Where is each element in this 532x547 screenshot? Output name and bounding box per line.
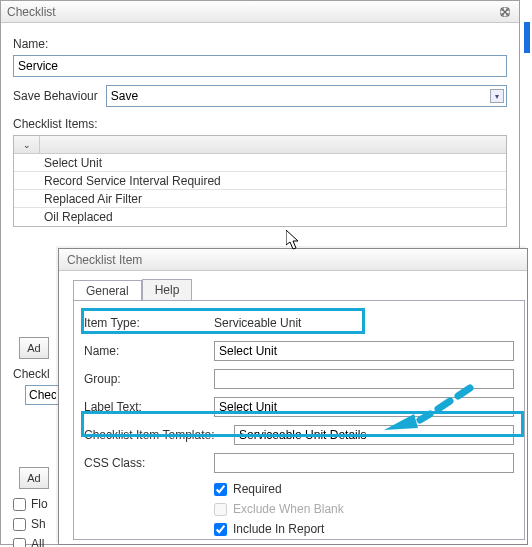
close-icon[interactable] [497, 4, 513, 20]
tab-general[interactable]: General [73, 280, 142, 301]
grid-header: ⌄ [14, 136, 506, 154]
save-behaviour-select-wrap: ▾ [106, 85, 507, 107]
item-type-value: Serviceable Unit [214, 314, 514, 332]
item-text: Oil Replaced [40, 210, 506, 224]
grid-rows: Select Unit Record Service Interval Requ… [14, 154, 506, 226]
sub-title-text: Checklist Item [67, 253, 142, 267]
css-class-label: CSS Class: [84, 456, 214, 470]
template-row: Checklist Item Template: [84, 423, 514, 447]
chevron-down-icon[interactable]: ▾ [490, 89, 504, 103]
required-row[interactable]: Required [214, 479, 514, 499]
tab-help[interactable]: Help [142, 279, 193, 300]
expand-collapse-icon[interactable]: ⌄ [14, 136, 40, 153]
form-body: Name: Save Behaviour ▾ Checklist Items: … [1, 23, 519, 227]
list-item[interactable]: Select Unit [14, 154, 506, 172]
float-checkbox-row[interactable]: Flo [13, 497, 48, 511]
list-item[interactable]: Replaced Air Filter [14, 190, 506, 208]
item-text: Record Service Interval Required [40, 174, 506, 188]
sub-name-input[interactable] [214, 341, 514, 361]
save-behaviour-select[interactable] [106, 85, 507, 107]
css-class-row: CSS Class: [84, 451, 514, 475]
right-edge-strip [524, 22, 530, 53]
show-checkbox[interactable] [13, 518, 26, 531]
list-item[interactable]: Record Service Interval Required [14, 172, 506, 190]
float-label: Flo [31, 497, 48, 511]
group-label: Group: [84, 372, 214, 386]
checklist-items-label: Checklist Items: [13, 117, 507, 131]
allow-checkbox[interactable] [13, 538, 26, 548]
titlebar: Checklist [1, 1, 519, 23]
settings-label: Checkl [13, 367, 50, 381]
name-row: Name: [84, 339, 514, 363]
tab-panel-general: Item Type: Serviceable Unit Name: Group:… [73, 300, 525, 540]
show-label: Sh [31, 517, 46, 531]
include-report-label: Include In Report [233, 522, 324, 536]
template-label: Checklist Item Template: [84, 428, 234, 442]
group-input[interactable] [214, 369, 514, 389]
sub-titlebar: Checklist Item [59, 249, 527, 271]
add-button[interactable]: Ad [19, 337, 49, 359]
label-text-input[interactable] [214, 397, 514, 417]
settings-dropdown[interactable] [25, 385, 60, 405]
required-checkbox[interactable] [214, 483, 227, 496]
css-class-input[interactable] [214, 453, 514, 473]
show-checkbox-row[interactable]: Sh [13, 517, 48, 531]
item-text: Replaced Air Filter [40, 192, 506, 206]
name-label: Name: [13, 37, 507, 51]
tabstrip: General Help [73, 279, 527, 300]
item-type-row: Item Type: Serviceable Unit [84, 311, 514, 335]
allow-label: All [31, 537, 44, 547]
template-input[interactable] [234, 425, 514, 445]
label-text-row: Label Text: [84, 395, 514, 419]
label-text-label: Label Text: [84, 400, 214, 414]
list-item[interactable]: Oil Replaced [14, 208, 506, 226]
item-text: Select Unit [40, 156, 506, 170]
include-report-row[interactable]: Include In Report [214, 519, 514, 539]
name-input[interactable] [13, 55, 507, 77]
checklist-item-window: Checklist Item General Help Item Type: S… [58, 248, 528, 545]
include-report-checkbox[interactable] [214, 523, 227, 536]
exclude-label: Exclude When Blank [233, 502, 344, 516]
required-label: Required [233, 482, 282, 496]
secondary-add-button[interactable]: Ad [19, 467, 49, 489]
group-row: Group: [84, 367, 514, 391]
allow-checkbox-row[interactable]: All [13, 537, 48, 547]
window-title: Checklist [7, 5, 56, 19]
checklist-items-grid[interactable]: ⌄ Select Unit Record Service Interval Re… [13, 135, 507, 227]
float-checkbox[interactable] [13, 498, 26, 511]
save-behaviour-label: Save Behaviour [13, 89, 98, 103]
save-behaviour-row: Save Behaviour ▾ [13, 85, 507, 107]
exclude-checkbox [214, 503, 227, 516]
item-type-label: Item Type: [84, 316, 214, 330]
sub-name-label: Name: [84, 344, 214, 358]
exclude-row: Exclude When Blank [214, 499, 514, 519]
